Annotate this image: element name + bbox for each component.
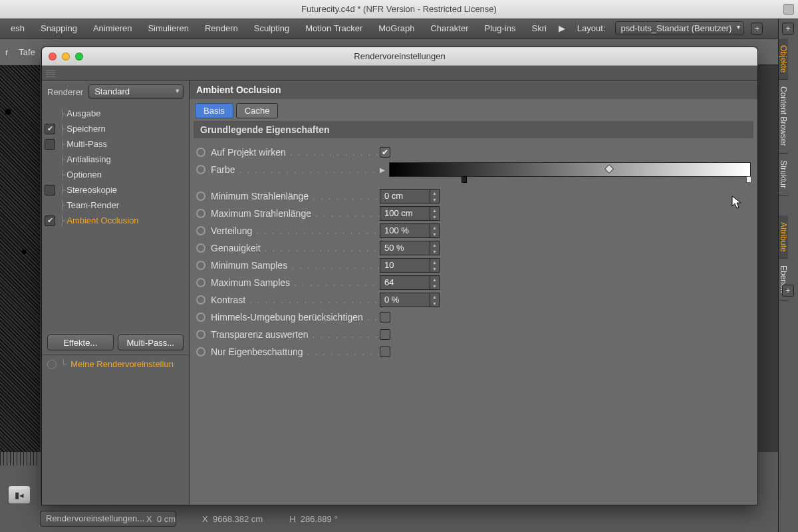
menu-charakter[interactable]: Charakter: [424, 23, 475, 33]
anim-dot-icon[interactable]: [196, 278, 205, 287]
min-ray-field[interactable]: 0 cm▲▼: [380, 189, 440, 203]
menu-motion-tracker[interactable]: Motion Tracker: [299, 23, 369, 33]
tree-checkbox[interactable]: [45, 139, 55, 150]
layout-label: Layout:: [571, 23, 612, 33]
anim-dot-icon[interactable]: [196, 209, 205, 218]
renderer-dropdown[interactable]: Standard: [88, 84, 184, 99]
coord-x2: X 9668.382 cm: [202, 514, 263, 524]
transparency-label: Transparenz auswerten: [211, 329, 380, 340]
anim-dot-icon[interactable]: [196, 243, 205, 253]
self-shadow-checkbox[interactable]: [380, 346, 390, 357]
os-window-titlebar: Futurecity.c4d * (NFR Version - Restrict…: [0, 0, 798, 19]
tree-item-ambient-occlusion[interactable]: ✔├Ambient Occlusion: [42, 213, 189, 228]
tree-item-ausgabe[interactable]: ├Ausgabe: [42, 106, 189, 121]
tree-item-label: Team-Render: [66, 200, 119, 210]
anim-dot-icon[interactable]: [196, 313, 205, 322]
sky-label: Himmels-Umgebung berücksichtigen: [211, 312, 380, 323]
tab-objekte[interactable]: Objekte: [779, 39, 788, 80]
tree-item-stereoskopie[interactable]: ├Stereoskopie: [42, 182, 189, 198]
tree-item-multi-pass[interactable]: ├Multi-Pass: [42, 136, 189, 152]
menu-mograph[interactable]: MoGraph: [372, 23, 421, 33]
apply-label: Auf Projekt wirken: [211, 147, 380, 158]
max-ray-field[interactable]: 100 cm▲▼: [380, 206, 440, 221]
main-menu-bar: esh Snapping Animieren Simulieren Render…: [0, 19, 798, 39]
grip-icon[interactable]: [46, 69, 55, 77]
tab-struktur[interactable]: Struktur: [779, 154, 788, 196]
left-tab-2[interactable]: Tafe: [13, 47, 41, 57]
min-ray-label: Minimum Strahlenlänge: [211, 191, 380, 201]
tree-item-label: Antialiasing: [66, 154, 111, 164]
anim-dot-icon[interactable]: [196, 192, 205, 201]
contrast-field[interactable]: 0 %▲▼: [380, 293, 440, 307]
gradient-midpoint-handle[interactable]: [604, 164, 614, 174]
menu-animieren[interactable]: Animieren: [86, 23, 139, 33]
sky-checkbox[interactable]: [380, 312, 390, 323]
add-layout-button[interactable]: +: [751, 23, 763, 35]
color-label: Farbe: [211, 164, 380, 175]
anim-dot-icon[interactable]: [196, 165, 205, 174]
section-title: Ambient Occlusion: [190, 80, 757, 99]
dock-add-button-2[interactable]: +: [782, 285, 794, 297]
properties-list: Auf Projekt wirken ✔ Farbe ▶ Minimum Str: [190, 142, 757, 367]
anim-dot-icon[interactable]: [196, 261, 205, 270]
rewind-button[interactable]: ▮◂: [8, 485, 31, 504]
anim-dot-icon[interactable]: [196, 226, 205, 235]
menu-overflow-icon[interactable]: ▶: [556, 23, 568, 33]
subtab-bar: Basis Cache: [190, 99, 757, 120]
dialog-titlebar[interactable]: Rendervoreinstellungen: [42, 47, 757, 66]
tab-attribute[interactable]: Attribute: [779, 215, 788, 259]
tree-checkbox[interactable]: ✔: [45, 215, 55, 226]
dialog-content: Ambient Occlusion Basis Cache Grundlegen…: [190, 80, 757, 505]
layout-value: psd-tuts_Standart (Benutzer): [621, 23, 732, 33]
tree-item-speichern[interactable]: ✔├Speichern: [42, 121, 189, 136]
menu-skript[interactable]: Skri: [525, 23, 553, 33]
gradient-stop-right[interactable]: [746, 176, 751, 183]
transparency-checkbox[interactable]: [380, 329, 390, 340]
dispersion-label: Verteilung: [211, 225, 380, 236]
tree-item-antialiasing[interactable]: ├Antialiasing: [42, 152, 189, 167]
effects-button[interactable]: Effekte...: [47, 334, 114, 350]
menu-snapping[interactable]: Snapping: [34, 23, 84, 33]
tree-item-label: Stereoskopie: [66, 185, 117, 195]
dialog-sidebar: Renderer Standard ├Ausgabe✔├Speichern├Mu…: [42, 80, 190, 505]
menu-simulieren[interactable]: Simulieren: [141, 23, 195, 33]
tree-checkbox[interactable]: ✔: [45, 124, 55, 134]
accuracy-field[interactable]: 50 %▲▼: [380, 241, 440, 255]
tab-basis[interactable]: Basis: [195, 103, 233, 118]
preset-row[interactable]: └ Meine Rendervoreinstellun: [42, 354, 189, 373]
menu-sculpting[interactable]: Sculpting: [247, 23, 296, 33]
properties-heading: Grundlegende Eigenschaften: [194, 121, 753, 138]
max-samples-field[interactable]: 64▲▼: [380, 275, 440, 290]
tree-checkbox[interactable]: [45, 185, 55, 196]
tree-item-label: Speichern: [66, 124, 106, 134]
anim-dot-icon[interactable]: [196, 295, 205, 305]
multipass-button[interactable]: Multi-Pass...: [118, 334, 184, 350]
apply-checkbox[interactable]: ✔: [380, 147, 390, 158]
tree-item-optionen[interactable]: ├Optionen: [42, 167, 189, 182]
coord-h: H 286.889 °: [289, 514, 337, 524]
menu-mesh[interactable]: esh: [4, 23, 31, 33]
min-samples-field[interactable]: 10▲▼: [380, 258, 440, 273]
right-dock-tabs: + Objekte Content Browser Struktur + Att…: [778, 19, 798, 532]
layout-dropdown[interactable]: psd-tuts_Standart (Benutzer): [615, 21, 745, 35]
expand-icon[interactable]: ▶: [380, 166, 385, 174]
left-tab-1[interactable]: r: [0, 47, 13, 57]
color-gradient[interactable]: [389, 162, 751, 177]
menu-rendern[interactable]: Rendern: [198, 23, 245, 33]
dispersion-field[interactable]: 100 %▲▼: [380, 223, 440, 238]
maximize-button[interactable]: [783, 4, 794, 15]
tab-content-browser[interactable]: Content Browser: [779, 80, 788, 153]
anim-dot-icon[interactable]: [196, 330, 205, 339]
preset-icon: [47, 360, 57, 369]
anim-dot-icon[interactable]: [196, 148, 205, 157]
tab-cache[interactable]: Cache: [236, 103, 279, 118]
menu-plugins[interactable]: Plug-ins: [478, 23, 523, 33]
tree-item-label: Multi-Pass: [66, 139, 107, 149]
gradient-stop-left[interactable]: [462, 176, 467, 183]
accuracy-label: Genauigkeit: [211, 243, 380, 253]
settings-tree: ├Ausgabe✔├Speichern├Multi-Pass├Antialias…: [42, 103, 189, 231]
dock-add-button[interactable]: +: [782, 23, 794, 35]
tree-item-team-render[interactable]: ├Team-Render: [42, 198, 189, 213]
anim-dot-icon[interactable]: [196, 347, 205, 356]
max-samples-label: Maximum Samples: [211, 277, 380, 288]
